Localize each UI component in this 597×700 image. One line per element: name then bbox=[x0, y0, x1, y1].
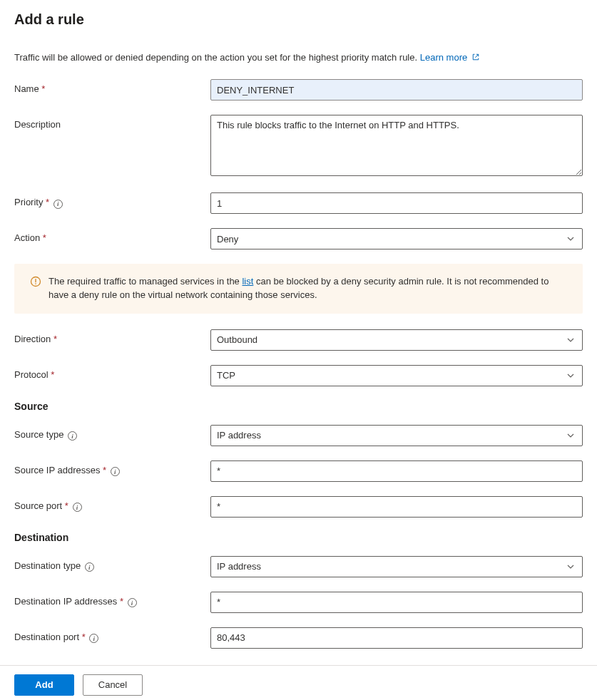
description-label-text: Description bbox=[14, 119, 61, 130]
banner-text: The required traffic to managed services… bbox=[49, 275, 568, 302]
info-icon[interactable]: i bbox=[53, 200, 63, 209]
required-asterisk: * bbox=[53, 334, 57, 344]
protocol-label: Protocol * bbox=[14, 365, 210, 380]
intro-text: Traffic will be allowed or denied depend… bbox=[14, 52, 583, 63]
destination-type-label: Destination type i bbox=[14, 556, 210, 572]
required-asterisk: * bbox=[82, 632, 86, 642]
banner-pre: The required traffic to managed services… bbox=[49, 276, 242, 287]
action-label: Action * bbox=[14, 228, 210, 243]
info-icon[interactable]: i bbox=[85, 562, 94, 572]
source-port-input[interactable] bbox=[210, 496, 583, 518]
required-asterisk: * bbox=[43, 232, 46, 243]
destination-port-input[interactable] bbox=[210, 627, 583, 649]
action-value: Deny bbox=[217, 234, 238, 245]
svg-rect-2 bbox=[35, 283, 36, 284]
direction-label-text: Direction bbox=[14, 334, 51, 344]
destination-type-value: IP address bbox=[217, 561, 261, 572]
required-asterisk: * bbox=[51, 369, 54, 380]
source-ips-label: Source IP addresses * i bbox=[14, 460, 210, 477]
chevron-down-icon bbox=[565, 233, 576, 245]
footer-bar: Add Cancel bbox=[0, 665, 597, 700]
intro-body: Traffic will be allowed or denied depend… bbox=[14, 52, 417, 63]
source-type-select[interactable]: IP address bbox=[210, 425, 583, 446]
protocol-label-text: Protocol bbox=[14, 369, 49, 380]
name-input[interactable] bbox=[210, 79, 583, 101]
page-title: Add a rule bbox=[14, 11, 583, 28]
info-icon[interactable]: i bbox=[111, 467, 120, 476]
source-ips-input[interactable] bbox=[210, 460, 583, 482]
required-asterisk: * bbox=[46, 197, 49, 207]
warning-banner: The required traffic to managed services… bbox=[14, 264, 583, 314]
destination-port-label-text: Destination port bbox=[14, 632, 79, 642]
destination-type-label-text: Destination type bbox=[14, 560, 81, 571]
source-port-label-text: Source port bbox=[14, 500, 62, 511]
source-type-label-text: Source type bbox=[14, 429, 63, 440]
name-label-text: Name bbox=[14, 83, 39, 94]
svg-rect-1 bbox=[35, 279, 36, 282]
source-ips-label-text: Source IP addresses bbox=[14, 465, 100, 475]
priority-input[interactable] bbox=[210, 192, 583, 214]
priority-label: Priority * i bbox=[14, 192, 210, 209]
protocol-value: TCP bbox=[217, 370, 235, 381]
direction-select[interactable]: Outbound bbox=[210, 329, 583, 351]
destination-port-label: Destination port * i bbox=[14, 627, 210, 644]
priority-label-text: Priority bbox=[14, 197, 43, 207]
cancel-button[interactable]: Cancel bbox=[83, 674, 143, 696]
description-label: Description bbox=[14, 115, 210, 130]
banner-list-link[interactable]: list bbox=[242, 276, 253, 287]
description-textarea[interactable]: This rule blocks traffic to the Internet… bbox=[210, 115, 583, 176]
destination-ips-label-text: Destination IP addresses bbox=[14, 596, 117, 607]
external-link-icon bbox=[471, 53, 480, 63]
required-asterisk: * bbox=[103, 465, 106, 475]
learn-more-label: Learn more bbox=[420, 52, 467, 63]
info-icon[interactable]: i bbox=[73, 503, 82, 512]
chevron-down-icon bbox=[565, 430, 576, 441]
action-select[interactable]: Deny bbox=[210, 228, 583, 249]
required-asterisk: * bbox=[120, 596, 123, 607]
action-label-text: Action bbox=[14, 232, 40, 243]
add-button[interactable]: Add bbox=[14, 674, 74, 696]
chevron-down-icon bbox=[565, 334, 576, 346]
required-asterisk: * bbox=[65, 500, 68, 511]
direction-value: Outbound bbox=[217, 334, 257, 345]
destination-type-select[interactable]: IP address bbox=[210, 556, 583, 577]
destination-heading: Destination bbox=[14, 532, 583, 543]
destination-ips-label: Destination IP addresses * i bbox=[14, 592, 210, 608]
protocol-select[interactable]: TCP bbox=[210, 365, 583, 386]
chevron-down-icon bbox=[565, 561, 576, 572]
source-heading: Source bbox=[14, 401, 583, 412]
source-type-label: Source type i bbox=[14, 425, 210, 441]
chevron-down-icon bbox=[565, 370, 576, 381]
destination-ips-input[interactable] bbox=[210, 592, 583, 613]
direction-label: Direction * bbox=[14, 329, 210, 344]
info-icon[interactable]: i bbox=[128, 598, 137, 607]
required-asterisk: * bbox=[41, 83, 45, 94]
info-icon[interactable]: i bbox=[68, 431, 77, 441]
name-label: Name * bbox=[14, 79, 210, 94]
info-icon[interactable]: i bbox=[89, 634, 98, 643]
warning-icon bbox=[30, 276, 41, 292]
source-port-label: Source port * i bbox=[14, 496, 210, 513]
learn-more-link[interactable]: Learn more bbox=[420, 52, 480, 63]
source-type-value: IP address bbox=[217, 430, 261, 441]
